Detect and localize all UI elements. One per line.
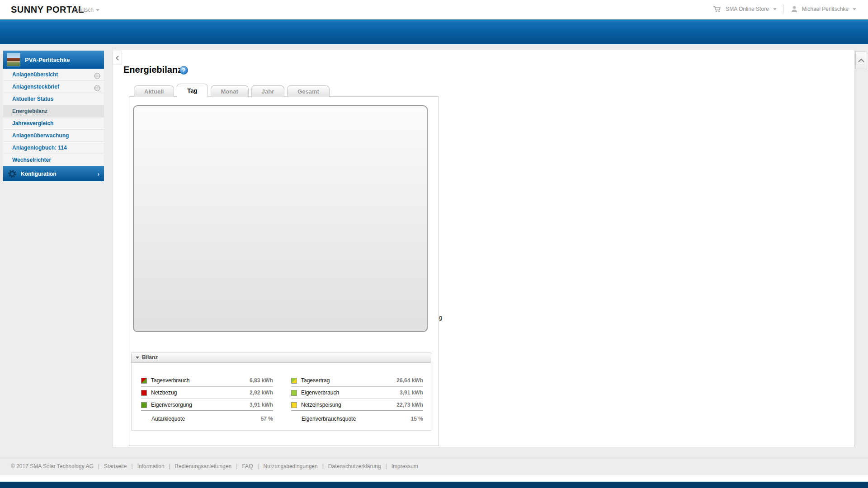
collapse-sidebar-button[interactable]: [112, 51, 122, 65]
footer-separator: |: [318, 463, 328, 469]
balance-swatch: [141, 378, 147, 384]
sidebar-item-label: Jahresvergleich: [12, 120, 53, 127]
balance-label: Tagesertrag: [301, 377, 330, 384]
page-title: Energiebilanz: [123, 65, 182, 75]
sidebar-item-label: Energiebilanz: [12, 108, 47, 114]
balance-quote-row: Autarkiequote57 %: [141, 411, 273, 427]
balance-row-eigenversorgung: Eigenversorgung3,91 kWh: [141, 399, 273, 411]
bilanz-body: Tagesverbrauch6,83 kWhNetzbezug2,92 kWhE…: [131, 363, 431, 431]
top-bar: SUNNY PORTAL Deutsch SMA Online Store Mi…: [0, 0, 868, 19]
chevron-down-icon: [773, 8, 777, 10]
balance-swatch: [291, 390, 297, 396]
copyright-text: © 2017 SMA Solar Technology AG: [11, 463, 94, 469]
footer-link-information[interactable]: Information: [137, 463, 165, 469]
balance-swatch: [291, 402, 297, 408]
footer: © 2017 SMA Solar Technology AG |Startsei…: [11, 463, 418, 469]
balance-value: 6,83 kWh: [250, 377, 273, 384]
footer-link-datenschutzerkl-rung[interactable]: Datenschutzerklärung: [328, 463, 381, 469]
balance-row-tagesertrag: Tagesertrag26,64 kWh: [291, 375, 423, 387]
balance-label: Eigenversorgung: [151, 402, 192, 408]
balance-row-tagesverbrauch: Tagesverbrauch6,83 kWh: [141, 375, 273, 387]
sidebar-item-konfiguration[interactable]: Konfiguration ›: [3, 166, 104, 181]
user-icon: [791, 5, 798, 13]
chevron-down-icon: [96, 9, 99, 11]
period-tabs: AktuellTagMonatJahrGesamt: [134, 84, 330, 97]
chart-panel: [133, 105, 428, 332]
sidebar-item-label: Konfiguration: [21, 171, 57, 177]
sidebar-item-anlagen-bersicht[interactable]: Anlagenübersicht: [3, 69, 104, 81]
language-dropdown[interactable]: Deutsch: [74, 7, 99, 13]
balance-value: 3,91 kWh: [400, 389, 423, 396]
sidebar-item-label: Anlagensteckbrief: [12, 84, 59, 90]
balance-swatch: [141, 402, 147, 408]
tab-gesamt[interactable]: Gesamt: [287, 85, 330, 97]
bilanz-panel: Bilanz Tagesverbrauch6,83 kWhNetzbezug2,…: [131, 352, 431, 431]
balance-row-eigenverbrauch: Eigenverbrauch3,91 kWh: [291, 387, 423, 399]
balance-quote-value: 57 %: [261, 416, 273, 422]
footer-separator: |: [127, 463, 137, 469]
cart-icon: [713, 5, 722, 13]
tab-tag[interactable]: Tag: [177, 84, 208, 97]
plant-photo-thumbnail: [7, 53, 20, 66]
footer-separator: |: [165, 463, 175, 469]
user-menu[interactable]: Michael Perlitschke: [802, 6, 849, 12]
bilanz-left-column: Tagesverbrauch6,83 kWhNetzbezug2,92 kWhE…: [141, 375, 273, 430]
footer-navy-bar: [0, 482, 868, 488]
balance-quote-label: Autarkiequote: [151, 416, 185, 422]
footer-divider: [0, 456, 868, 456]
bilanz-right-column: Tagesertrag26,64 kWhEigenverbrauch3,91 k…: [291, 375, 423, 430]
tab-monat[interactable]: Monat: [211, 85, 249, 97]
sunny-portal-app: SUNNY PORTAL Deutsch SMA Online Store Mi…: [0, 0, 868, 488]
bilanz-title: Bilanz: [142, 354, 158, 361]
blue-header-band: [0, 19, 868, 44]
balance-quote-row: Eigenverbrauchsquote15 %: [291, 411, 423, 427]
balance-value: 3,91 kWh: [250, 402, 273, 408]
balance-label: Eigenverbrauch: [301, 389, 339, 396]
sidebar: PVA-Perlitschke AnlagenübersichtAnlagens…: [3, 51, 104, 181]
sidebar-item-anlagenlogbuch-114[interactable]: Anlagenlogbuch: 114: [3, 142, 104, 154]
footer-separator: |: [94, 463, 104, 469]
balance-quote-value: 15 %: [411, 416, 423, 422]
balance-value: 22,73 kWh: [396, 402, 423, 408]
footer-separator: |: [231, 463, 242, 469]
balance-label: Netzbezug: [151, 389, 177, 396]
footer-separator: |: [381, 463, 392, 469]
scroll-top-button[interactable]: [855, 51, 867, 69]
balance-label: Tagesverbrauch: [151, 377, 189, 384]
sidebar-item-label: Wechselrichter: [12, 157, 51, 163]
help-icon[interactable]: ?: [179, 66, 188, 75]
balance-swatch: [291, 378, 297, 384]
sidebar-item-anlagen-berwachung[interactable]: Anlagenüberwachung: [3, 130, 104, 142]
sidebar-plant-header[interactable]: PVA-Perlitschke: [3, 51, 104, 69]
balance-label: Netzeinspeisung: [301, 402, 341, 408]
sidebar-item-wechselrichter[interactable]: Wechselrichter: [3, 154, 104, 166]
balance-value: 26,64 kWh: [396, 377, 423, 384]
divider: [783, 5, 784, 13]
balance-row-netzbezug: Netzbezug2,92 kWh: [141, 387, 273, 399]
sidebar-item-energiebilanz[interactable]: Energiebilanz: [3, 105, 104, 117]
balance-value: 2,92 kWh: [250, 389, 273, 396]
balance-row-netzeinspeisung: Netzeinspeisung22,73 kWh: [291, 399, 423, 411]
plant-name: PVA-Perlitschke: [25, 56, 70, 63]
sidebar-item-label: Anlagenlogbuch: 114: [12, 145, 67, 151]
balance-swatch: [141, 390, 147, 396]
balance-quote-label: Eigenverbrauchsquote: [302, 416, 356, 422]
chevron-down-icon: [853, 8, 856, 10]
sidebar-item-aktueller-status[interactable]: Aktueller Status: [3, 93, 104, 105]
footer-white-strip: [0, 475, 868, 482]
store-menu[interactable]: SMA Online Store: [726, 6, 769, 12]
footer-link-nutzungsbedingungen[interactable]: Nutzungsbedingungen: [264, 463, 318, 469]
footer-link-impressum[interactable]: Impressum: [392, 463, 418, 469]
sidebar-menu: AnlagenübersichtAnlagensteckbriefAktuell…: [3, 69, 104, 166]
tab-aktuell[interactable]: Aktuell: [134, 85, 174, 97]
sidebar-item-anlagensteckbrief[interactable]: Anlagensteckbrief: [3, 81, 104, 93]
sidebar-item-jahresvergleich[interactable]: Jahresvergleich: [3, 117, 104, 130]
tab-jahr[interactable]: Jahr: [251, 85, 284, 97]
bilanz-header[interactable]: Bilanz: [131, 352, 431, 363]
footer-links: |Startseite|Information|Bedienungsanleit…: [94, 463, 418, 469]
chevron-right-icon: ›: [97, 170, 99, 178]
footer-link-bedienungsanleitungen[interactable]: Bedienungsanleitungen: [175, 463, 231, 469]
language-label: Deutsch: [74, 7, 94, 13]
footer-link-startseite[interactable]: Startseite: [104, 463, 127, 469]
footer-link-faq[interactable]: FAQ: [242, 463, 253, 469]
